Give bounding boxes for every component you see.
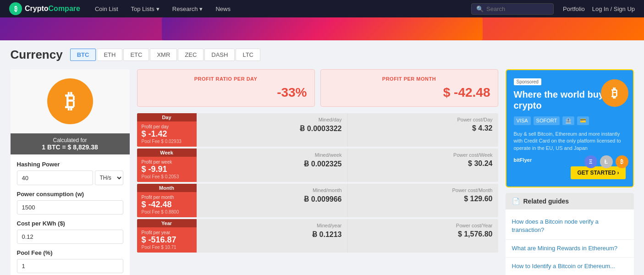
guide-item-2[interactable]: What are Mining Rewards in Ethereum?	[506, 240, 634, 258]
tab-eth[interactable]: ETH	[97, 49, 122, 61]
profit-ratio-card: PROFIT RATIO PER DAY -33%	[137, 69, 315, 107]
nav-right: Portfolio Log In / Sign Up	[563, 6, 635, 12]
ad-card: Sponsored ₿ Where the world buys crypto …	[506, 69, 634, 187]
coin-icon-wrap: ₿	[11, 69, 130, 133]
data-row: Month Profit per month $ -42.48 Pool Fee…	[137, 184, 498, 217]
row-period-0: Day	[137, 113, 197, 121]
calc-for-label: Calculated for	[14, 137, 126, 143]
row-power-value-3: $ 1,576.80	[353, 230, 493, 238]
row-power-label-1: Power cost/Week	[353, 152, 493, 158]
nav-research[interactable]: Research ▾	[167, 3, 209, 15]
portfolio-link[interactable]: Portfolio	[563, 6, 585, 12]
row-mined-value-0: Ƀ 0.0003322	[202, 124, 342, 133]
row-pool-fee-0: Pool Fee $ 0.02933	[142, 139, 192, 144]
brand-logo[interactable]: ₿ CryptoCompare	[9, 2, 80, 15]
row-period-2: Month	[137, 184, 197, 192]
row-profit-value-2: $ -42.48	[142, 200, 192, 209]
data-rows: Day Profit per day $ -1.42 Pool Fee $ 0.…	[137, 113, 498, 253]
row-power-label-2: Power cost/Month	[353, 187, 493, 193]
row-power-value-2: $ 129.60	[353, 195, 493, 203]
right-panel: Sponsored ₿ Where the world buys crypto …	[506, 69, 634, 275]
row-mined-value-3: Ƀ 0.1213	[202, 230, 342, 239]
row-profit-value-1: $ -9.91	[142, 165, 192, 174]
profit-ratio-label: PROFIT RATIO PER DAY	[145, 76, 307, 82]
sofort-logo: SOFORT	[534, 116, 560, 125]
ad-crypto-icons: Ξ Ł ₿	[584, 155, 628, 168]
brand-icon: ₿	[9, 2, 22, 15]
calc-for: Calculated for 1 BTC = $ 8,829.38	[11, 133, 130, 154]
cost-per-kwh-label: Cost per KWh ($)	[17, 220, 123, 227]
row-power-value-1: $ 30.24	[353, 160, 493, 168]
center-panel: PROFIT RATIO PER DAY -33% PROFIT PER MON…	[137, 69, 498, 275]
row-power-value-0: $ 4.32	[353, 124, 493, 132]
row-power-cell-1: Power cost/Week $ 30.24	[347, 148, 498, 182]
tab-xmr[interactable]: XMR	[150, 49, 177, 61]
row-power-cell-0: Power cost/Day $ 4.32	[347, 113, 498, 147]
nav-news[interactable]: News	[210, 3, 236, 15]
profit-ratio-value: -33%	[145, 85, 307, 100]
row-power-cell-2: Power cost/Month $ 129.60	[347, 184, 498, 217]
tab-zec[interactable]: ZEC	[178, 49, 204, 61]
left-panel: ₿ Calculated for 1 BTC = $ 8,829.38 Hash…	[11, 69, 130, 275]
tab-btc[interactable]: BTC	[70, 49, 96, 61]
hashing-power-input[interactable]	[17, 170, 93, 185]
profit-month-card: PROFIT PER MONTH $ -42.48	[320, 69, 498, 107]
login-link[interactable]: Log In / Sign Up	[592, 6, 635, 12]
content-grid: ₿ Calculated for 1 BTC = $ 8,829.38 Hash…	[11, 69, 634, 275]
search-input[interactable]	[486, 6, 549, 12]
page-header: Currency BTC ETH ETC XMR ZEC DASH LTC	[11, 48, 634, 62]
power-consumption-input[interactable]	[17, 200, 123, 214]
profit-summary: PROFIT RATIO PER DAY -33% PROFIT PER MON…	[137, 69, 498, 107]
currency-tabs: BTC ETH ETC XMR ZEC DASH LTC	[70, 49, 260, 61]
main-content: Currency BTC ETH ETC XMR ZEC DASH LTC ₿ …	[1, 40, 643, 275]
data-row: Week Profit per week $ -9.91 Pool Fee $ …	[137, 148, 498, 182]
row-period-1: Week	[137, 148, 197, 157]
row-mined-label-1: Mined/week	[202, 152, 342, 158]
ad-cta-button[interactable]: GET STARTED ›	[571, 166, 625, 179]
nav-links: Coin List Top Lists ▾ Research ▾ News	[89, 3, 467, 15]
row-profit-value-0: $ -1.42	[142, 129, 192, 139]
guides-title: Related guides	[523, 198, 569, 205]
input-section: Hashing Power TH/s GH/s MH/s Power consu…	[11, 154, 130, 275]
row-period-3: Year	[137, 219, 197, 227]
row-pool-fee-3: Pool Fee $ 10.71	[142, 245, 192, 250]
guide-item-3[interactable]: How to Identify a Bitcoin or Ethereum...	[506, 258, 634, 275]
nav-coin-list[interactable]: Coin List	[89, 3, 124, 15]
search-box[interactable]: 🔍	[471, 3, 554, 15]
cost-per-kwh-input[interactable]	[17, 230, 123, 244]
row-mined-label-3: Mined/year	[202, 223, 342, 228]
ad-provider: bitFlyer	[514, 157, 532, 163]
row-mined-cell-1: Mined/week Ƀ 0.002325	[197, 148, 347, 182]
ltc-icon: Ł	[600, 155, 613, 168]
row-mined-label-2: Mined/month	[202, 187, 342, 193]
row-profit-label-2: Profit per month	[142, 195, 192, 200]
row-profit-value-3: $ -516.87	[142, 235, 192, 245]
visa-logo: VISA	[514, 116, 531, 125]
hashing-unit-select[interactable]: TH/s GH/s MH/s	[95, 170, 123, 185]
guides-card: 📄 Related guides How does a Bitcoin node…	[506, 193, 634, 275]
guide-item-1[interactable]: How does a Bitcoin node verify a transac…	[506, 213, 634, 239]
page-title: Currency	[11, 48, 63, 62]
btc-icon-small: ₿	[616, 155, 628, 168]
ad-description: Buy & sell Bitcoin, Ethereum and more in…	[514, 131, 626, 152]
document-icon: 📄	[512, 198, 520, 205]
tab-ltc[interactable]: LTC	[236, 49, 260, 61]
row-mined-value-1: Ƀ 0.002325	[202, 160, 342, 168]
row-profit-section-0: Profit per day $ -1.42 Pool Fee $ 0.0293…	[137, 121, 197, 147]
other-logo2: 💳	[577, 116, 589, 125]
profit-month-label: PROFIT PER MONTH	[328, 76, 490, 82]
row-pool-fee-2: Pool Fee $ 0.8800	[142, 209, 192, 214]
brand-crypto: Crypto	[25, 5, 49, 12]
brand-compare: Compare	[49, 5, 80, 12]
sponsored-label: Sponsored	[514, 78, 541, 85]
pool-fee-input[interactable]	[17, 259, 123, 273]
coin-circle: ₿	[47, 78, 93, 124]
row-profit-label-0: Profit per day	[142, 124, 192, 129]
tab-etc[interactable]: ETC	[123, 49, 149, 61]
tab-dash[interactable]: DASH	[204, 49, 235, 61]
row-power-cell-3: Power cost/Year $ 1,576.80	[347, 219, 498, 253]
nav-top-lists[interactable]: Top Lists ▾	[126, 3, 165, 15]
top-banner	[0, 17, 644, 40]
row-mined-cell-0: Mined/day Ƀ 0.0003322	[197, 113, 347, 147]
brand-text: CryptoCompare	[25, 5, 80, 13]
